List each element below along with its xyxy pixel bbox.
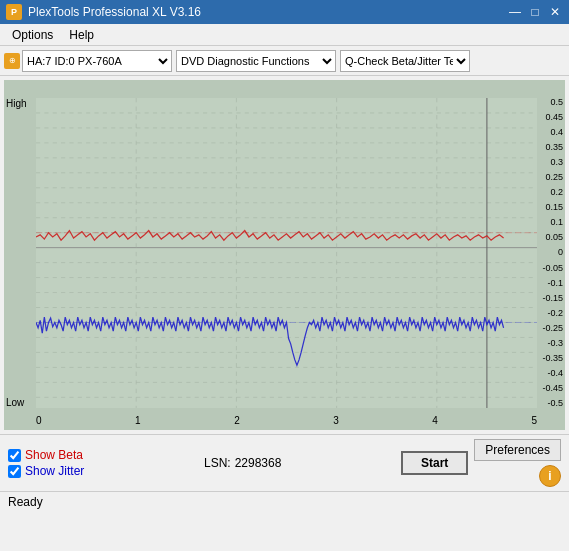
info-button[interactable]: i (539, 465, 561, 487)
x-label-0: 0 (36, 415, 42, 426)
close-button[interactable]: ✕ (547, 4, 563, 20)
title-bar: P PlexTools Professional XL V3.16 — □ ✕ (0, 0, 569, 24)
x-label-5: 5 (531, 415, 537, 426)
show-beta-checkbox[interactable] (8, 449, 21, 462)
lsn-value: 2298368 (235, 456, 282, 470)
x-label-4: 4 (432, 415, 438, 426)
minimize-button[interactable]: — (507, 4, 523, 20)
chart-svg (36, 98, 537, 408)
y-right-0.45: 0.45 (539, 113, 563, 122)
show-jitter-label: Show Jitter (25, 464, 84, 478)
x-label-3: 3 (333, 415, 339, 426)
y-right-0.3: 0.3 (539, 158, 563, 167)
buttons-area: Start Preferences i (401, 439, 561, 487)
device-select[interactable]: HA:7 ID:0 PX-760A (22, 50, 172, 72)
preferences-button[interactable]: Preferences (474, 439, 561, 461)
menu-bar: Options Help (0, 24, 569, 46)
y-axis-right: 0.5 0.45 0.4 0.35 0.3 0.25 0.2 0.15 0.1 … (537, 98, 565, 408)
device-selector-group: ⊕ HA:7 ID:0 PX-760A (4, 50, 172, 72)
show-jitter-checkbox[interactable] (8, 465, 21, 478)
status-bar: Ready (0, 491, 569, 511)
title-left: P PlexTools Professional XL V3.16 (6, 4, 201, 20)
y-right-n0.25: -0.25 (539, 324, 563, 333)
title-text: PlexTools Professional XL V3.16 (28, 5, 201, 19)
y-right-n0.4: -0.4 (539, 369, 563, 378)
show-jitter-row: Show Jitter (8, 464, 84, 478)
y-right-0.15: 0.15 (539, 203, 563, 212)
y-right-0.5: 0.5 (539, 98, 563, 107)
y-right-n0.35: -0.35 (539, 354, 563, 363)
show-beta-label: Show Beta (25, 448, 83, 462)
show-beta-row: Show Beta (8, 448, 84, 462)
x-label-1: 1 (135, 415, 141, 426)
device-icon: ⊕ (4, 53, 20, 69)
toolbar: ⊕ HA:7 ID:0 PX-760A DVD Diagnostic Funct… (0, 46, 569, 76)
y-right-n0.15: -0.15 (539, 294, 563, 303)
y-right-n0.45: -0.45 (539, 384, 563, 393)
y-right-0: 0 (539, 248, 563, 257)
y-right-0.1: 0.1 (539, 218, 563, 227)
checkboxes-group: Show Beta Show Jitter (8, 448, 84, 478)
start-button[interactable]: Start (401, 451, 468, 475)
lsn-area: LSN: 2298368 (204, 456, 281, 470)
app-icon: P (6, 4, 22, 20)
x-label-2: 2 (234, 415, 240, 426)
title-controls: — □ ✕ (507, 4, 563, 20)
chart-inner (36, 98, 537, 408)
y-right-n0.3: -0.3 (539, 339, 563, 348)
menu-options[interactable]: Options (4, 26, 61, 44)
y-right-0.25: 0.25 (539, 173, 563, 182)
maximize-button[interactable]: □ (527, 4, 543, 20)
bottom-panel: Show Beta Show Jitter LSN: 2298368 Start… (0, 434, 569, 491)
y-right-0.4: 0.4 (539, 128, 563, 137)
svg-rect-0 (36, 98, 537, 408)
y-axis-high-label: High (6, 98, 27, 109)
y-right-n0.05: -0.05 (539, 264, 563, 273)
y-right-n0.1: -0.1 (539, 279, 563, 288)
y-axis-low-label: Low (6, 397, 24, 408)
function-select[interactable]: DVD Diagnostic Functions (176, 50, 336, 72)
lsn-label: LSN: (204, 456, 231, 470)
menu-help[interactable]: Help (61, 26, 102, 44)
y-right-0.05: 0.05 (539, 233, 563, 242)
status-text: Ready (8, 495, 43, 509)
y-right-0.35: 0.35 (539, 143, 563, 152)
y-right-0.2: 0.2 (539, 188, 563, 197)
y-right-n0.2: -0.2 (539, 309, 563, 318)
y-right-n0.5: -0.5 (539, 399, 563, 408)
test-select[interactable]: Q-Check Beta/Jitter Test (340, 50, 470, 72)
chart-container: High Low (4, 80, 565, 430)
x-axis: 0 1 2 3 4 5 (36, 415, 537, 426)
